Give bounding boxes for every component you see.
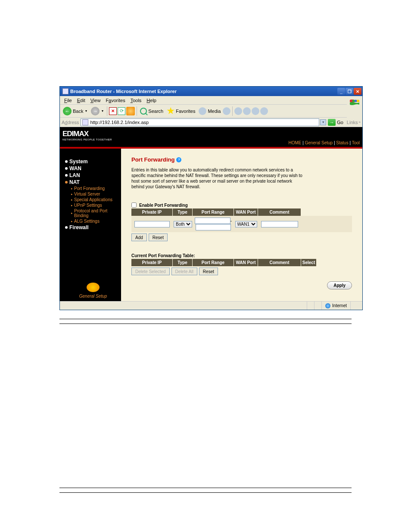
sidebar-sub-protobind[interactable]: Protocol and Port Binding: [71, 208, 121, 218]
current-table: Private IP Type Port Range WAN Port Comm…: [131, 259, 352, 266]
minimize-button[interactable]: _: [337, 88, 345, 95]
sidebar-item-system[interactable]: System: [65, 158, 121, 165]
enable-checkbox[interactable]: [131, 202, 137, 208]
browser-window: Broadband Router - Microsoft Internet Ex…: [59, 86, 363, 310]
page-content: EDIMAX NETWORKING PEOPLE TOGETHER HOME |…: [60, 127, 362, 301]
nav-home[interactable]: HOME: [288, 140, 301, 145]
links-label[interactable]: Links: [347, 120, 358, 125]
col-private-ip: Private IP: [131, 208, 173, 216]
enable-label: Enable Port Forwarding: [139, 203, 188, 208]
sidebar-sub-alg[interactable]: ALG Settings: [71, 218, 121, 224]
titlebar: Broadband Router - Microsoft Internet Ex…: [60, 87, 362, 96]
wan-select[interactable]: WAN1: [235, 221, 257, 227]
menu-help[interactable]: Help: [144, 97, 159, 104]
back-button[interactable]: ←Back ▼: [62, 106, 89, 116]
sidebar-sub-upnp[interactable]: UPnP Settings: [71, 202, 121, 208]
comment-input[interactable]: [261, 221, 298, 227]
col-wan-port: WAN Port: [234, 208, 258, 216]
maximize-button[interactable]: ❐: [346, 88, 353, 95]
col2-select: Select: [301, 259, 317, 266]
nav-status[interactable]: Status: [336, 140, 348, 145]
sidebar-item-firewall[interactable]: Firewall: [65, 224, 121, 231]
divider: [59, 319, 352, 319]
bullet-icon: [65, 226, 68, 229]
sidebar: System WAN LAN NAT Port Forwarding Virtu…: [60, 149, 121, 301]
search-button[interactable]: Search: [139, 107, 165, 115]
favorites-button[interactable]: Favorites: [165, 106, 196, 116]
sidebar-item-nat[interactable]: NAT: [65, 179, 121, 186]
sidebar-sub-vserver[interactable]: Virtual Server: [71, 191, 121, 197]
address-input[interactable]: http://192.168.2.1/index.asp: [81, 118, 319, 126]
bullet-icon: [65, 160, 68, 163]
col2-private-ip: Private IP: [131, 259, 173, 266]
delete-all-button[interactable]: Delete All: [171, 268, 197, 275]
add-button[interactable]: Add: [131, 233, 147, 241]
status-zone: Internet: [332, 303, 347, 308]
discuss-button[interactable]: [260, 107, 268, 115]
menu-edit[interactable]: Edit: [75, 97, 88, 104]
port-to-input[interactable]: [196, 224, 231, 230]
help-icon[interactable]: ?: [176, 157, 181, 162]
sidebar-item-lan[interactable]: LAN: [65, 172, 121, 179]
media-button[interactable]: Media: [197, 106, 222, 116]
history-button[interactable]: [223, 107, 230, 115]
type-select[interactable]: Both: [174, 221, 192, 227]
search-icon: [140, 108, 147, 115]
port-from-input[interactable]: [195, 218, 230, 224]
sidebar-sub-special[interactable]: Special Applications: [71, 197, 121, 202]
private-ip-input[interactable]: [134, 221, 170, 227]
col-type: Type: [173, 208, 193, 216]
window-title: Broadband Router - Microsoft Internet Ex…: [70, 89, 177, 94]
address-dropdown[interactable]: ▼: [320, 119, 326, 125]
col2-type: Type: [173, 259, 193, 266]
bullet-icon: [65, 174, 68, 177]
top-nav: HOME | General Setup | Status | Tool: [288, 140, 360, 145]
edit-button[interactable]: [252, 107, 259, 115]
stop-button[interactable]: ✕: [109, 107, 117, 115]
reset2-button[interactable]: Reset: [199, 268, 218, 275]
add-table: Private IP Type Port Range WAN Port Comm…: [131, 208, 352, 232]
menu-favorites[interactable]: Favorites: [103, 97, 128, 104]
footer-icon: [87, 283, 100, 292]
nav-general[interactable]: General Setup: [305, 140, 333, 145]
bullet-icon: [65, 167, 68, 170]
col-port-range: Port Range: [193, 208, 234, 216]
mail-button[interactable]: [234, 107, 242, 115]
address-label: Address: [62, 120, 79, 125]
divider: [59, 488, 352, 488]
close-button[interactable]: ✕: [354, 88, 361, 95]
home-button[interactable]: [126, 107, 135, 115]
reset-button[interactable]: Reset: [149, 233, 168, 241]
col2-port-range: Port Range: [193, 259, 234, 266]
menu-file[interactable]: File: [62, 97, 75, 104]
toolbar: ←Back ▼ →▼ ✕ ⟳ Search Favorites Media: [60, 105, 347, 118]
divider: [59, 492, 352, 493]
refresh-button[interactable]: ⟳: [118, 107, 125, 115]
address-bar: Address http://192.168.2.1/index.asp ▼ →…: [60, 118, 362, 127]
sidebar-sub-portfwd[interactable]: Port Forwarding: [71, 186, 121, 191]
brand-logo: EDIMAX NETWORKING PEOPLE TOGETHER: [62, 130, 112, 141]
forward-button[interactable]: →▼: [90, 106, 105, 116]
delete-selected-button[interactable]: Delete Selected: [131, 268, 170, 275]
divider: [59, 324, 352, 324]
menu-tools[interactable]: Tools: [128, 97, 144, 104]
sidebar-footer: General Setup: [65, 283, 121, 301]
nav-tool[interactable]: Tool: [352, 140, 360, 145]
bullet-open-icon: [65, 181, 68, 184]
apply-button[interactable]: Apply: [327, 281, 352, 289]
go-label: Go: [337, 120, 343, 125]
page-icon: [82, 119, 88, 125]
menu-view[interactable]: View: [88, 97, 103, 104]
current-table-title: Current Port Forwarding Table:: [131, 253, 352, 258]
page-header: EDIMAX NETWORKING PEOPLE TOGETHER HOME |…: [60, 127, 362, 147]
page-title: Port Forwarding ?: [131, 156, 352, 163]
windows-logo-icon: [347, 96, 362, 109]
page-description: Entries in this table allow you to autom…: [131, 167, 304, 190]
print-button[interactable]: [243, 107, 251, 115]
sidebar-item-wan[interactable]: WAN: [65, 165, 121, 172]
col2-wan-port: WAN Port: [234, 259, 258, 266]
globe-icon: [325, 303, 330, 308]
forward-icon: →: [91, 107, 100, 115]
media-icon: [199, 107, 206, 115]
go-button[interactable]: →: [328, 119, 336, 126]
